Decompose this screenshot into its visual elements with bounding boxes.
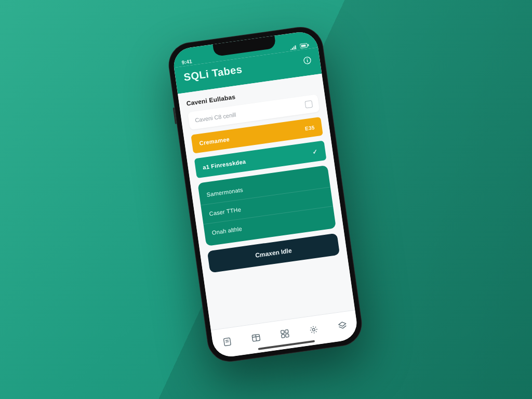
panel-row-1-label: Caser TTHe	[209, 206, 242, 217]
phone-frame: 9:41 SQLi Tabes	[166, 24, 365, 365]
status-time: 9:41	[181, 58, 192, 65]
svg-rect-4	[307, 59, 308, 62]
signal-icon	[289, 44, 297, 50]
tab-layers[interactable]	[336, 318, 350, 332]
check-icon: ✓	[312, 148, 318, 155]
copy-icon[interactable]	[304, 100, 313, 109]
primary-button-label: Cmaxen Idle	[255, 247, 292, 259]
tab-settings[interactable]	[307, 323, 321, 337]
tab-doc[interactable]	[220, 335, 234, 349]
content-area: Caveni Eullabas Caveni C8 cenill Cremame…	[178, 74, 355, 330]
svg-rect-13	[285, 329, 288, 333]
mockup-stage: 9:41 SQLi Tabes	[0, 0, 532, 399]
pill-amber-label: Cremamee	[199, 136, 230, 147]
svg-line-11	[256, 335, 257, 341]
pill-amber-suffix: E35	[304, 124, 315, 131]
pill-green-label: a1 Finresskdea	[202, 158, 246, 171]
svg-line-8	[225, 341, 229, 342]
svg-rect-12	[281, 330, 284, 334]
options-panel: Samermonats Caser TTHe Onah althle	[197, 165, 336, 246]
app-title: SQLi Tabes	[183, 63, 243, 84]
panel-row-2-label: Onah althle	[211, 225, 243, 236]
tab-grid[interactable]	[278, 326, 292, 340]
svg-line-7	[225, 340, 229, 340]
svg-rect-2	[308, 44, 309, 46]
svg-point-16	[312, 328, 315, 330]
battery-icon	[300, 43, 310, 49]
svg-rect-14	[281, 334, 285, 338]
svg-rect-15	[285, 334, 289, 337]
input-placeholder: Caveni C8 cenill	[195, 112, 236, 124]
tab-table[interactable]	[249, 330, 263, 344]
svg-rect-5	[307, 58, 308, 59]
info-icon[interactable]	[302, 56, 312, 65]
svg-rect-1	[301, 44, 305, 47]
phone-screen: 9:41 SQLi Tabes	[171, 30, 359, 359]
panel-row-0-label: Samermonats	[206, 187, 244, 198]
